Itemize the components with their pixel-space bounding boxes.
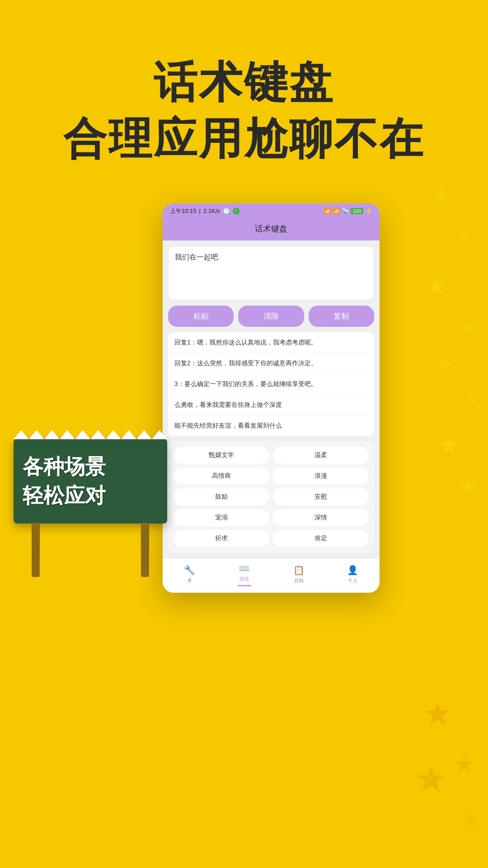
status-time: 上午10:15 bbox=[170, 207, 197, 215]
signal-icon1: 📶 bbox=[324, 208, 331, 214]
nav-icon-shu: 🔧 bbox=[184, 565, 195, 576]
nav-icon-keyboard: ⌨️ bbox=[239, 563, 250, 574]
category-tag-6[interactable]: 宠溺 bbox=[174, 509, 269, 526]
category-grid: 甄嬛文学 温柔 高情商 浪漫 鼓励 安慰 宠溺 深情 祈求 肯定 bbox=[168, 441, 374, 552]
nav-item-keyboard[interactable]: ⌨️ 键盘 bbox=[238, 563, 251, 586]
category-tag-3[interactable]: 浪漫 bbox=[273, 467, 369, 485]
status-network-speed: 2.1K/s bbox=[203, 208, 220, 214]
status-clock-icon: 🕐 bbox=[223, 208, 230, 214]
action-buttons: 粘贴 清除 复制 bbox=[168, 306, 374, 327]
clear-button[interactable]: 清除 bbox=[238, 306, 304, 327]
category-tag-4[interactable]: 鼓励 bbox=[174, 488, 269, 505]
list-item[interactable]: 回复2：这么突然，我得感受下你的诚意再作决定。 bbox=[168, 353, 374, 374]
app-title: 话术键盘 bbox=[255, 224, 287, 233]
leg-right bbox=[141, 523, 149, 577]
phone-mockup: 上午10:15 | 2.1K/s 🕐 ↑ 📶 📶 📡 100 ⚡ 话术键盘 bbox=[163, 203, 380, 593]
nav-label-shu: 术 bbox=[187, 577, 192, 584]
category-tag-2[interactable]: 高情商 bbox=[174, 467, 269, 485]
reply-list: 回复1：嗯，既然你这么认真地说，我考虑考虑呢。 回复2：这么突然，我得感受下你的… bbox=[168, 332, 374, 436]
category-tag-0[interactable]: 甄嬛文学 bbox=[174, 447, 269, 464]
charge-icon: ⚡ bbox=[365, 208, 372, 214]
text-input-area[interactable]: 我们在一起吧 bbox=[168, 246, 374, 300]
category-tag-9[interactable]: 肯定 bbox=[273, 530, 369, 547]
nav-item-profile[interactable]: 👤 个人 bbox=[347, 565, 358, 584]
top-heading-area: 话术键盘 合理应用尬聊不在 bbox=[0, 0, 488, 194]
blackboard-legs bbox=[14, 524, 167, 578]
heading-line1: 话术键盘 合理应用尬聊不在 bbox=[27, 54, 461, 167]
nav-label-profile: 个人 bbox=[348, 577, 358, 584]
category-tag-7[interactable]: 深情 bbox=[273, 509, 369, 526]
bottom-nav: 🔧 术 ⌨️ 键盘 📋 百科 👤 个人 bbox=[163, 558, 380, 593]
blackboard: 各种场景 轻松应对 bbox=[14, 439, 167, 524]
nav-active-bar bbox=[238, 585, 251, 586]
status-speed: | bbox=[199, 208, 201, 214]
list-item[interactable]: 回复1：嗯，既然你这么认真地说，我考虑考虑呢。 bbox=[168, 332, 374, 353]
blackboard-text: 各种场景 轻松应对 bbox=[23, 452, 158, 510]
list-item[interactable]: 3：要么确定一下我们的关系，要么就继续享受吧。 bbox=[168, 374, 374, 395]
leg-left bbox=[32, 523, 40, 577]
nav-label-baike: 百科 bbox=[294, 577, 304, 584]
blackboard-area: 各种场景 轻松应对 bbox=[14, 439, 167, 578]
status-upload-icon: ↑ bbox=[233, 208, 240, 215]
category-tag-1[interactable]: 温柔 bbox=[273, 447, 369, 464]
battery-icon: 100 bbox=[351, 208, 363, 214]
signal-icon2: 📶 bbox=[333, 208, 340, 214]
status-bar-left: 上午10:15 | 2.1K/s 🕐 ↑ bbox=[170, 207, 240, 215]
phone-area: 各种场景 轻松应对 上午10:15 | 2.1K/s 🕐 ↑ bbox=[0, 203, 488, 593]
category-tag-8[interactable]: 祈求 bbox=[174, 530, 269, 547]
nav-item-baike[interactable]: 📋 百科 bbox=[293, 565, 305, 584]
nav-icon-baike: 📋 bbox=[293, 565, 305, 576]
nav-icon-profile: 👤 bbox=[347, 565, 358, 576]
nav-label-keyboard: 键盘 bbox=[239, 576, 249, 582]
list-item[interactable]: 能不能先经营好友谊，看看发展到什么 bbox=[168, 415, 374, 436]
copy-button[interactable]: 复制 bbox=[309, 306, 374, 327]
paste-button[interactable]: 粘贴 bbox=[168, 306, 234, 327]
status-bar: 上午10:15 | 2.1K/s 🕐 ↑ 📶 📶 📡 100 ⚡ bbox=[163, 203, 380, 219]
app-title-bar: 话术键盘 bbox=[163, 219, 380, 241]
input-text: 我们在一起吧 bbox=[175, 253, 218, 261]
list-item[interactable]: 么勇敢，看来我需要在你身上做个深度 bbox=[168, 395, 374, 415]
wifi-icon: 📡 bbox=[342, 208, 349, 214]
status-bar-right: 📶 📶 📡 100 ⚡ bbox=[324, 208, 372, 214]
page: 话术键盘 合理应用尬聊不在 ★ ★ ★ ★ ★ ★ ★ ★ ★ ★ ★ ★ 各种… bbox=[0, 0, 488, 868]
category-tag-5[interactable]: 安慰 bbox=[273, 488, 369, 505]
nav-item-shu[interactable]: 🔧 术 bbox=[184, 565, 195, 584]
